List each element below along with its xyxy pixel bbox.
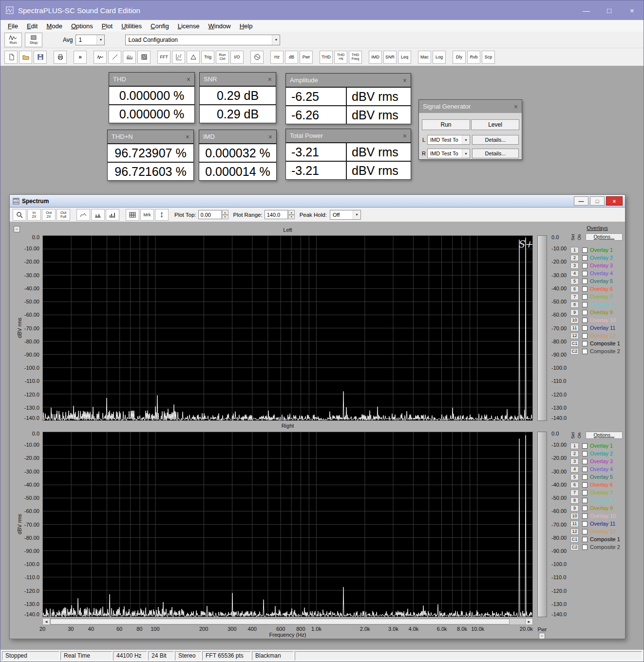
menu-item-window[interactable]: Window — [204, 22, 235, 30]
close-icon[interactable]: × — [186, 133, 189, 140]
overlay-on-checkbox[interactable] — [582, 451, 587, 456]
overlay-set-button[interactable]: C1 — [570, 340, 579, 347]
menu-item-config[interactable]: Config — [146, 22, 173, 30]
close-icon[interactable]: × — [187, 76, 190, 83]
overlay-set-button[interactable]: 5 — [570, 278, 579, 284]
macro-button[interactable]: Mac — [418, 51, 431, 64]
fast-forward-button[interactable]: » — [74, 51, 87, 64]
avg-select[interactable]: 1 ▼ — [76, 35, 105, 45]
overlay-on-checkbox[interactable] — [582, 506, 587, 511]
save-button[interactable] — [34, 51, 47, 64]
overlay-on-checkbox[interactable] — [582, 459, 587, 464]
spectrum-minimize-button[interactable]: — — [574, 196, 588, 206]
overlay-on-checkbox[interactable] — [582, 294, 587, 300]
overlay-on-checkbox[interactable] — [582, 302, 587, 307]
filled-plot-button[interactable] — [91, 209, 105, 221]
spin-down-icon[interactable]: ▼ — [222, 215, 228, 220]
imd-button[interactable]: IMD — [369, 51, 382, 64]
scatter-plot-button[interactable] — [172, 51, 185, 64]
overlay-set-button[interactable]: 1 — [570, 443, 579, 449]
run-button[interactable]: Run — [4, 33, 22, 47]
scroll-left-arrow[interactable]: ◄ — [43, 619, 50, 624]
overlay-on-checkbox[interactable] — [582, 341, 587, 346]
overlay-on-checkbox[interactable] — [582, 498, 587, 503]
logging-button[interactable]: Log — [433, 51, 446, 64]
overlay-on-checkbox[interactable] — [582, 467, 587, 472]
overlay-set-button[interactable]: 11 — [570, 325, 579, 331]
power-units-button[interactable]: Pwr — [300, 51, 313, 64]
menu-item-plot[interactable]: Plot — [97, 22, 117, 30]
overlay-on-checkbox[interactable] — [582, 255, 587, 261]
overlay-set-button[interactable]: 1 — [570, 247, 579, 253]
open-file-button[interactable] — [19, 51, 32, 64]
overlay-on-checkbox[interactable] — [582, 513, 587, 519]
spectrum-plot-right[interactable] — [42, 432, 533, 617]
stop-button[interactable]: Stop — [25, 33, 42, 47]
overlay-set-button[interactable]: 3 — [570, 263, 579, 269]
close-icon[interactable]: × — [268, 76, 272, 83]
overlay-set-button[interactable]: 6 — [570, 482, 579, 488]
overlay-on-checkbox[interactable] — [582, 318, 587, 323]
zoom-out-2x-button[interactable]: Out 2X — [42, 209, 56, 221]
overlay-on-checkbox[interactable] — [582, 286, 587, 292]
overlay-set-button[interactable]: C1 — [570, 536, 579, 543]
overlay-on-checkbox[interactable] — [582, 279, 587, 284]
overlay-on-checkbox[interactable] — [582, 474, 587, 480]
close-icon[interactable]: × — [514, 103, 518, 110]
overlay-set-button[interactable]: 2 — [570, 451, 579, 457]
overlay-set-button[interactable]: 12 — [570, 529, 579, 535]
plot-range-spinner[interactable]: ▲▼ — [288, 210, 295, 219]
delay-button[interactable]: Dly — [453, 51, 466, 64]
right-generator-select[interactable]: IMD Test To ▼ — [427, 149, 470, 158]
overlay-set-button[interactable]: 7 — [570, 294, 579, 300]
scroll-thumb[interactable] — [50, 619, 510, 624]
left-generator-select[interactable]: IMD Test To ▼ — [427, 135, 470, 145]
delta-button[interactable] — [187, 51, 200, 64]
collapse-button[interactable]: − — [14, 226, 20, 232]
overlay-set-button[interactable]: 7 — [570, 490, 579, 496]
overlay-on-checkbox[interactable] — [582, 263, 587, 268]
fft-settings-button[interactable]: FFT — [157, 51, 170, 64]
close-button[interactable]: × — [621, 0, 644, 20]
horizontal-scrollbar[interactable]: ◄ ► — [42, 618, 533, 625]
spectrum-close-button[interactable]: × — [606, 196, 623, 206]
zoom-in-2x-button[interactable]: In 2X — [27, 209, 41, 221]
menu-item-help[interactable]: Help — [235, 22, 257, 30]
plot-range-input[interactable] — [265, 210, 288, 219]
zoom-out-full-button[interactable]: Out Full — [57, 209, 70, 221]
time-series-button[interactable] — [94, 51, 107, 64]
close-icon[interactable]: × — [268, 133, 272, 140]
print-button[interactable] — [54, 51, 67, 64]
spectrum-plot-button[interactable] — [123, 51, 136, 64]
trigger-button[interactable]: Trig — [201, 51, 214, 64]
overlay-on-checkbox[interactable] — [582, 529, 587, 534]
zoom-button[interactable] — [13, 209, 26, 221]
overlay-on-checkbox[interactable] — [582, 310, 587, 315]
thd-freq-button[interactable]: THD Freq — [349, 51, 362, 64]
plot-top-spinner[interactable]: ▲▼ — [222, 210, 228, 219]
menu-item-edit[interactable]: Edit — [22, 22, 42, 30]
spin-down-icon[interactable]: ▼ — [288, 215, 295, 220]
composite-view-button[interactable] — [126, 209, 139, 221]
overlay-on-checkbox[interactable] — [582, 537, 587, 542]
overlay-set-button[interactable]: 9 — [570, 309, 579, 316]
scroll-right-arrow[interactable]: ► — [525, 619, 532, 624]
menu-item-file[interactable]: File — [3, 22, 22, 30]
overlay-on-checkbox[interactable] — [582, 349, 587, 354]
overlay-set-button[interactable]: 10 — [570, 513, 579, 519]
overlay-on-checkbox[interactable] — [582, 443, 587, 449]
signal-generator-button[interactable] — [250, 51, 264, 64]
menu-item-options[interactable]: Options — [67, 22, 97, 30]
thd-n-button[interactable]: THD +N — [334, 51, 347, 64]
power-meter-toggle[interactable]: − — [539, 633, 545, 639]
overlay-set-button[interactable]: 10 — [570, 317, 579, 323]
minimize-button[interactable]: — — [575, 0, 598, 20]
leq-button[interactable]: Leq — [398, 51, 411, 64]
spin-up-icon[interactable]: ▲ — [288, 210, 295, 215]
close-icon[interactable]: × — [403, 77, 407, 84]
overlay-on-checkbox[interactable] — [582, 333, 587, 339]
close-icon[interactable]: × — [403, 132, 407, 139]
overlay-set-button[interactable]: 3 — [570, 458, 579, 465]
scope-button[interactable]: Scp — [482, 51, 495, 64]
overlay-set-button[interactable]: 8 — [570, 302, 579, 308]
